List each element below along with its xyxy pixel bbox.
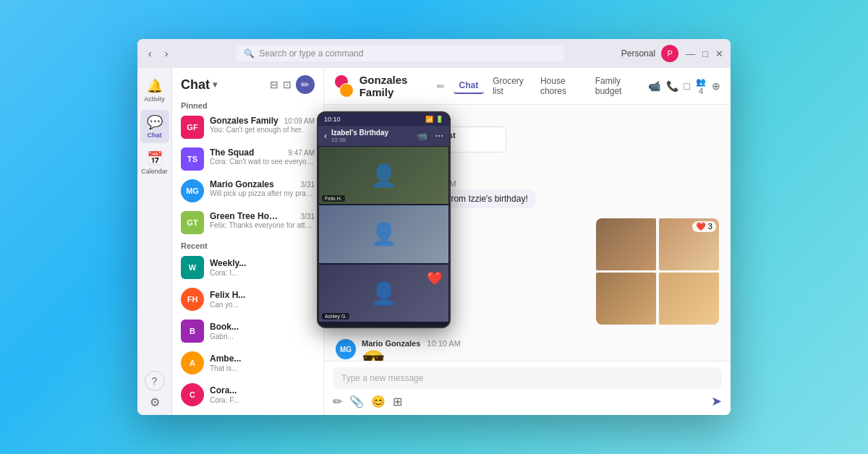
profile-label: Personal [621, 48, 655, 59]
send-button[interactable]: ➤ [711, 393, 722, 409]
members-button[interactable]: 👥 4 [696, 77, 706, 95]
person-icon: 👤 [370, 280, 397, 306]
back-button[interactable]: ‹ [145, 46, 156, 61]
nav-controls: ‹ › [145, 46, 171, 61]
chat-item-content: Cora... Cora: F... [210, 383, 315, 404]
close-button[interactable]: ✕ [715, 48, 723, 59]
chat-name: Weekly... [210, 258, 246, 268]
search-bar[interactable]: 🔍 Search or type a command [237, 46, 563, 61]
chat-preview: Cora: F... [210, 396, 315, 404]
mobile-video-icon[interactable]: 📹 [417, 131, 427, 141]
mobile-video-cell-3: 👤 Ashley G. ❤️ [318, 264, 449, 322]
chat-item-cora[interactable]: C Cora... Cora: F... [172, 379, 323, 411]
chat-item-gonzales-family[interactable]: GF Gonzales Family 10:09 AM You: Can't g… [172, 111, 323, 143]
chat-item-pta[interactable]: GT Green Tree House PTA 3/31 Felix: Than… [172, 207, 323, 239]
chat-nav-label: Chat [148, 132, 162, 139]
chat-input-box[interactable]: Type a new message [333, 367, 722, 389]
chat-toolbar: ✏ 📎 😊 ⊞ ➤ [333, 393, 722, 409]
chat-item-weekly[interactable]: W Weekly... Cora: I... [172, 252, 323, 283]
heart-reaction: ❤️ [427, 270, 443, 286]
chat-item-content: Weekly... Cora: I... [210, 256, 315, 277]
calendar-icon: 📅 [147, 150, 163, 166]
photo-reaction: ❤️ 3 [692, 221, 716, 232]
chat-item-content: Book... Gabri... [210, 320, 315, 340]
chat-item-content: Green Tree House PTA 3/31 Felix: Thanks … [210, 211, 315, 229]
tab-chat[interactable]: Chat [454, 78, 485, 94]
chat-preview: Will pick up pizza after my practice. [210, 189, 315, 197]
audio-call-button[interactable]: 📞 [666, 80, 678, 92]
tab-chores[interactable]: House chores [535, 74, 587, 98]
settings-button[interactable]: ⚙ [150, 395, 160, 409]
help-button[interactable]: ? [145, 371, 165, 391]
chat-list-panel: Chat ▾ ⊟ ⊡ ✏ Pinned GF Gonzales Family 1… [172, 68, 324, 415]
mobile-more-icon[interactable]: ⋯ [435, 131, 443, 141]
tab-grocery[interactable]: Grocery list [487, 74, 532, 98]
titlebar: ‹ › 🔍 Search or type a command Personal … [137, 39, 731, 68]
photo-3 [596, 273, 656, 325]
chat-item-amber[interactable]: A Ambe... That is... [172, 347, 323, 379]
tab-budget[interactable]: Family budget [590, 74, 642, 98]
sidebar-item-calendar[interactable]: 📅 Calendar [140, 146, 169, 179]
chat-name: Green Tree House PTA [210, 211, 282, 221]
sidebar-item-activity[interactable]: 🔔 Activity [140, 74, 169, 107]
forward-button[interactable]: › [161, 46, 172, 61]
chat-list-header: Chat ▾ ⊟ ⊡ ✏ [172, 68, 323, 98]
emoji-icon[interactable]: 😊 [371, 395, 386, 408]
chat-item-book[interactable]: B Book... Gabri... [172, 315, 323, 347]
chat-name: Ambe... [210, 354, 241, 364]
chat-input-area: Type a new message ✏ 📎 😊 ⊞ ➤ [324, 361, 731, 415]
chat-item-felix[interactable]: FH Felix H... Can yo... [172, 283, 323, 315]
activity-icon: 🔔 [147, 78, 163, 94]
popout-button[interactable]: □ [684, 80, 690, 92]
chat-name: Felix H... [210, 290, 245, 300]
chat-preview: Felix: Thanks everyone for attending tod… [210, 221, 315, 229]
message-meta: Mario Gonzales 10:10 AM [362, 339, 719, 348]
message-time: 10:10 AM [427, 339, 460, 348]
mobile-back-button[interactable]: ‹ [324, 131, 327, 141]
titlebar-right: Personal P [621, 45, 678, 62]
attach-icon[interactable]: 📎 [349, 395, 364, 408]
mobile-video-cell-2: 👤 [318, 205, 449, 263]
chat-item-mario[interactable]: MG Mario Gonzales 3/31 Will pick up pizz… [172, 175, 323, 207]
sidebar-item-chat[interactable]: 💬 Chat [140, 110, 169, 143]
mobile-video-grid: 👤 Felix H. 👤 👤 Ashley G. ❤️ [318, 146, 449, 322]
chat-item-gabri[interactable]: G Gabri... You: Sa... [172, 411, 323, 415]
avatar: GF [181, 116, 204, 139]
chat-time: 3/31 [301, 181, 315, 189]
mobile-chat-title: Izabel's Birthday [331, 129, 412, 137]
chat-preview: That is... [210, 364, 315, 372]
app-window: ‹ › 🔍 Search or type a command Personal … [137, 39, 731, 415]
minimize-button[interactable]: — [686, 48, 695, 59]
person-icon: 👤 [370, 221, 397, 247]
avatar: W [181, 256, 204, 279]
filter-button[interactable]: ⊟ [270, 79, 278, 90]
compose-button[interactable]: ✏ [296, 75, 315, 94]
mobile-chat-header: ‹ Izabel's Birthday 22:38 📹 ⋯ [318, 126, 449, 146]
edit-group-icon[interactable]: ✏ [437, 81, 445, 92]
format-icon[interactable]: ✏ [333, 395, 342, 408]
chat-name: The Squad [210, 147, 254, 158]
calendar-label: Calendar [141, 168, 168, 175]
more-options-icon[interactable]: ⊞ [393, 395, 402, 408]
main-chat-area: Gonzales Family ✏ Chat Grocery list Hous… [324, 68, 731, 415]
pinned-label: Pinned [172, 98, 323, 111]
maximize-button[interactable]: □ [702, 48, 708, 59]
more-button[interactable]: ⊡ [283, 79, 292, 90]
chat-item-squad[interactable]: TS The Squad 9:47 AM Cora: Can't wait to… [172, 143, 323, 175]
video-call-button[interactable]: 📹 [648, 80, 660, 92]
add-tab-button[interactable]: ⊕ [712, 80, 720, 92]
mobile-chat-time: 22:38 [331, 137, 412, 143]
recent-label: Recent [172, 239, 323, 252]
window-controls: — □ ✕ [686, 48, 723, 59]
input-placeholder: Type a new message [341, 373, 423, 383]
activity-label: Activity [144, 95, 165, 103]
emoji-message: 😎 [362, 349, 719, 361]
app-body: 🔔 Activity 💬 Chat 📅 Calendar ? ⚙ Chat ▾ [137, 68, 731, 415]
chat-header-actions: 📹 📞 □ 👥 4 ⊕ [648, 77, 720, 95]
photo-grid: ❤️ 3 [596, 218, 719, 325]
avatar[interactable]: P [661, 45, 678, 62]
mobile-participant-name: Ashley G. [322, 313, 349, 320]
mobile-time: 10:10 [324, 116, 341, 123]
avatar: MG [181, 179, 204, 202]
chat-preview: Cora: I... [210, 269, 315, 277]
